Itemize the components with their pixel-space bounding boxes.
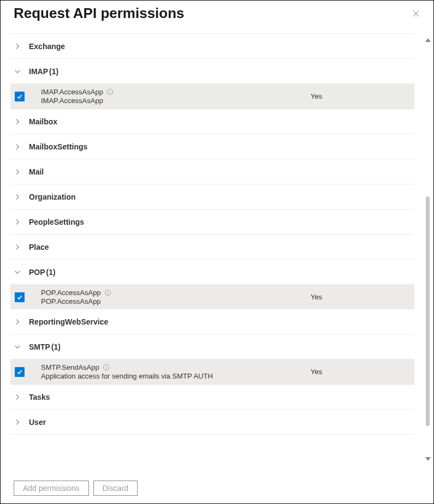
group-count: (1): [51, 343, 61, 351]
permission-checkbox[interactable]: [15, 292, 25, 302]
group-header-place[interactable]: Place: [10, 235, 414, 260]
scroll-track[interactable]: [426, 44, 430, 455]
request-api-permissions-panel: Request API permissions Contacts E: [1, 1, 433, 503]
info-icon[interactable]: [104, 289, 111, 296]
group-header-organization[interactable]: Organization: [10, 184, 414, 209]
chevron-down-icon: [14, 343, 21, 351]
group-label: POP: [29, 268, 45, 277]
add-permissions-button[interactable]: Add permissions: [14, 481, 89, 496]
chevron-right-icon: [14, 143, 21, 151]
group-header-contacts[interactable]: Contacts: [10, 28, 414, 34]
check-icon: [16, 93, 23, 100]
group-label: Mail: [29, 167, 44, 176]
chevron-down-icon: [14, 68, 21, 75]
permission-description: Application access for sending emails vi…: [41, 372, 311, 380]
group-label: PeopleSettings: [29, 218, 84, 226]
group-count: (1): [46, 268, 56, 277]
scroll-up-icon[interactable]: [425, 38, 431, 42]
permission-text: SMTP.SendAsApp Application access for se…: [41, 363, 311, 380]
permission-row-smtp-sendasapp: SMTP.SendAsApp Application access for se…: [10, 359, 414, 385]
group-header-smtp[interactable]: SMTP (1): [10, 334, 414, 359]
permission-name: SMTP.SendAsApp: [41, 363, 99, 371]
chevron-right-icon: [14, 193, 21, 201]
close-icon: [412, 10, 420, 17]
discard-button[interactable]: Discard: [93, 481, 138, 496]
group-label: User: [29, 418, 46, 427]
group-header-imap[interactable]: IMAP (1): [10, 59, 414, 84]
group-label: Organization: [29, 193, 76, 201]
group-label: IMAP: [29, 67, 48, 76]
svg-point-1: [110, 91, 110, 91]
permission-name: IMAP.AccessAsApp: [41, 88, 103, 96]
svg-point-3: [108, 291, 108, 292]
permission-checkbox[interactable]: [15, 367, 25, 377]
group-header-user[interactable]: User: [10, 410, 414, 435]
group-label: Tasks: [29, 393, 50, 401]
chevron-right-icon: [14, 318, 21, 326]
group-label: ReportingWebService: [29, 317, 108, 326]
info-icon[interactable]: [103, 364, 110, 371]
group-header-peoplesettings[interactable]: PeopleSettings: [10, 209, 414, 235]
chevron-right-icon: [14, 418, 21, 426]
permission-description: POP.AccessAsApp: [41, 297, 311, 305]
permissions-scroll-area: Contacts Exchange IMAP (1): [1, 25, 433, 474]
chevron-right-icon: [14, 118, 21, 125]
group-header-reportingwebservice[interactable]: ReportingWebService: [10, 309, 414, 334]
group-label: Exchange: [29, 42, 65, 51]
group-label: Mailbox: [29, 117, 57, 126]
scrollbar[interactable]: [424, 38, 432, 461]
admin-consent-value: Yes: [311, 92, 414, 100]
permission-text: POP.AccessAsApp POP.AccessAsApp: [41, 289, 311, 305]
permission-row-pop-accessasapp: POP.AccessAsApp POP.AccessAsApp Yes: [10, 285, 414, 309]
group-header-mailboxsettings[interactable]: MailboxSettings: [10, 134, 414, 159]
panel-header: Request API permissions: [1, 1, 433, 25]
group-header-exchange[interactable]: Exchange: [10, 34, 414, 59]
permission-text: IMAP.AccessAsApp IMAP.AccessAsApp: [41, 88, 311, 105]
scroll-down-icon[interactable]: [425, 457, 431, 461]
group-count: (1): [49, 67, 58, 76]
panel-footer: Add permissions Discard: [1, 474, 433, 503]
group-header-pop[interactable]: POP (1): [10, 260, 414, 285]
svg-point-5: [106, 366, 106, 367]
permissions-list: Contacts Exchange IMAP (1): [10, 28, 414, 435]
chevron-right-icon: [14, 393, 21, 401]
info-icon[interactable]: [106, 88, 114, 95]
permission-name: POP.AccessAsApp: [41, 289, 101, 297]
group-label: MailboxSettings: [29, 142, 87, 151]
close-button[interactable]: [408, 6, 424, 21]
group-label: Place: [29, 243, 49, 251]
permission-description: IMAP.AccessAsApp: [41, 97, 311, 105]
chevron-right-icon: [14, 43, 21, 50]
chevron-down-icon: [14, 268, 21, 276]
group-header-mail[interactable]: Mail: [10, 159, 414, 184]
group-header-mailbox[interactable]: Mailbox: [10, 109, 414, 134]
scroll-thumb[interactable]: [426, 196, 430, 427]
group-header-tasks[interactable]: Tasks: [10, 385, 414, 410]
group-label: SMTP: [29, 343, 50, 351]
check-icon: [16, 294, 23, 301]
admin-consent-value: Yes: [311, 368, 414, 376]
chevron-right-icon: [14, 168, 21, 176]
chevron-right-icon: [14, 218, 21, 226]
admin-consent-value: Yes: [311, 293, 414, 301]
permission-row-imap-accessasapp: IMAP.AccessAsApp IMAP.AccessAsApp Yes: [10, 84, 414, 109]
permission-checkbox[interactable]: [15, 92, 25, 101]
chevron-right-icon: [14, 243, 21, 251]
check-icon: [16, 369, 23, 375]
panel-title: Request API permissions: [14, 5, 408, 22]
